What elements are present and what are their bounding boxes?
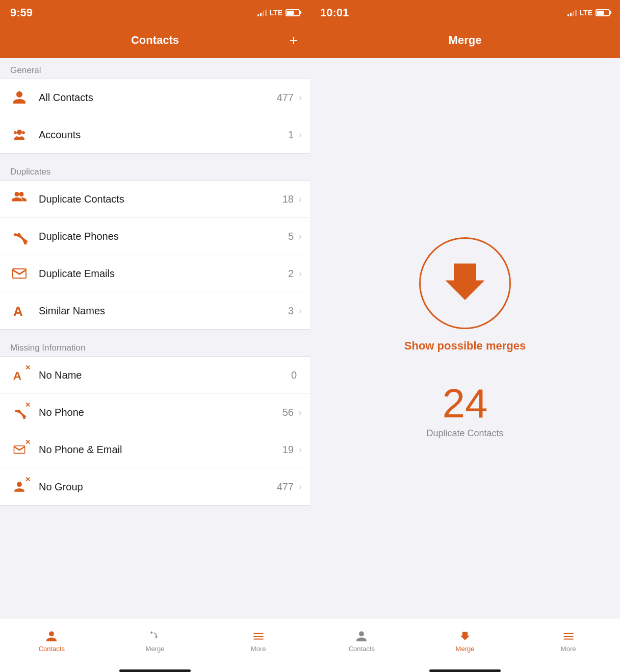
no-name-x: ✕	[25, 364, 31, 371]
right-nav-title: Merge	[449, 34, 482, 47]
duplicate-count: 24	[443, 383, 488, 424]
svg-rect-6	[563, 636, 574, 637]
no-phone-email-chevron: ›	[299, 444, 302, 455]
general-section-header: General	[0, 58, 310, 79]
right-status-icons: LTE	[567, 9, 610, 17]
tab-more-left-label: More	[251, 645, 266, 653]
right-tab-bar: Contacts Merge More	[310, 618, 620, 669]
left-nav-bar: Contacts +	[0, 26, 310, 58]
all-contacts-item[interactable]: All Contacts 477 ›	[0, 79, 310, 116]
duplicate-emails-count: 2	[288, 268, 294, 280]
duplicates-section-header: Duplicates	[0, 160, 310, 180]
duplicate-emails-chevron: ›	[299, 268, 302, 279]
no-phone-icon: ✕	[8, 401, 31, 424]
tab-contacts-right[interactable]: Contacts	[310, 618, 414, 659]
left-panel: 9:59 LTE Contacts + General	[0, 0, 310, 672]
accounts-item[interactable]: Accounts 1 ›	[0, 116, 310, 153]
svg-text:A: A	[13, 369, 21, 382]
add-contact-button[interactable]: +	[290, 32, 298, 48]
right-nav-bar: Merge	[310, 26, 620, 58]
duplicate-phones-label: Duplicate Phones	[39, 231, 288, 242]
tab-more-right-label: More	[561, 645, 576, 653]
merge-circle[interactable]	[419, 237, 511, 329]
no-phone-x: ✕	[25, 401, 31, 409]
left-home-indicator	[0, 669, 310, 672]
similar-names-chevron: ›	[299, 306, 302, 316]
no-group-x: ✕	[25, 476, 31, 483]
duplicate-phones-count: 5	[288, 231, 294, 242]
similar-names-icon: A	[8, 300, 31, 322]
accounts-icon	[8, 123, 31, 146]
no-phone-chevron: ›	[299, 407, 302, 418]
no-phone-email-x: ✕	[25, 438, 31, 446]
accounts-count: 1	[288, 129, 294, 141]
no-name-count: 0	[291, 369, 297, 381]
similar-names-count: 3	[288, 305, 294, 317]
merge-content: Show possible merges 24 Duplicate Contac…	[310, 58, 620, 618]
right-time: 10:01	[320, 6, 349, 19]
no-phone-item[interactable]: ✕ No Phone 56 ›	[0, 394, 310, 431]
no-name-icon: A ✕	[8, 364, 31, 386]
no-group-label: No Group	[39, 481, 277, 493]
duplicate-contacts-item[interactable]: Duplicate Contacts 18 ›	[0, 181, 310, 218]
duplicate-emails-icon	[8, 262, 31, 285]
all-contacts-chevron: ›	[299, 92, 302, 103]
accounts-chevron: ›	[299, 130, 302, 140]
no-name-label: No Name	[39, 369, 291, 381]
no-phone-email-label: No Phone & Email	[39, 444, 282, 456]
all-contacts-count: 477	[277, 92, 294, 104]
tab-merge-right-label: Merge	[456, 645, 475, 653]
no-name-item: A ✕ No Name 0	[0, 357, 310, 394]
no-phone-email-item[interactable]: ✕ No Phone & Email 19 ›	[0, 431, 310, 468]
no-group-item[interactable]: ✕ No Group 477 ›	[0, 468, 310, 505]
duplicate-count-section: 24 Duplicate Contacts	[426, 383, 503, 439]
duplicate-emails-label: Duplicate Emails	[39, 268, 288, 280]
duplicate-contacts-icon	[8, 188, 31, 210]
no-group-chevron: ›	[299, 482, 302, 492]
all-contacts-label: All Contacts	[39, 92, 277, 104]
right-signal-icon	[567, 9, 577, 16]
right-lte-label: LTE	[580, 9, 592, 17]
duplicate-contacts-chevron: ›	[299, 194, 302, 205]
similar-names-label: Similar Names	[39, 305, 288, 317]
show-merges-label[interactable]: Show possible merges	[404, 339, 526, 353]
left-home-bar	[119, 669, 191, 672]
svg-rect-7	[563, 638, 574, 639]
svg-rect-4	[253, 638, 264, 639]
no-phone-email-count: 19	[282, 444, 294, 456]
no-phone-count: 56	[282, 407, 294, 418]
left-lte-label: LTE	[270, 9, 282, 17]
duplicate-emails-item[interactable]: Duplicate Emails 2 ›	[0, 255, 310, 292]
no-group-icon: ✕	[8, 476, 31, 498]
duplicate-phones-item[interactable]: Duplicate Phones 5 ›	[0, 218, 310, 255]
right-status-bar: 10:01 LTE	[310, 0, 620, 26]
tab-contacts-left[interactable]: Contacts	[0, 618, 104, 659]
left-nav-title: Contacts	[131, 34, 179, 47]
svg-rect-3	[253, 636, 264, 637]
left-status-bar: 9:59 LTE	[0, 0, 310, 26]
general-list: All Contacts 477 › Accounts 1 ›	[0, 79, 310, 154]
no-group-count: 477	[277, 481, 294, 493]
no-phone-label: No Phone	[39, 407, 282, 418]
svg-rect-2	[253, 633, 264, 634]
missing-info-section-header: Missing Information	[0, 336, 310, 356]
tab-merge-right[interactable]: Merge	[414, 618, 517, 659]
left-signal-icon	[257, 9, 267, 16]
svg-text:A: A	[13, 304, 23, 319]
similar-names-item[interactable]: A Similar Names 3 ›	[0, 292, 310, 329]
right-home-indicator	[310, 669, 620, 672]
duplicate-contacts-count: 18	[282, 193, 294, 205]
right-battery-icon	[596, 9, 610, 16]
tab-merge-left[interactable]: Merge	[104, 618, 207, 659]
duplicate-count-label: Duplicate Contacts	[426, 428, 503, 439]
accounts-label: Accounts	[39, 129, 288, 141]
tab-more-right[interactable]: More	[516, 618, 620, 659]
missing-info-list: A ✕ No Name 0 ✕ No Phone 56 ›	[0, 356, 310, 506]
tab-more-left[interactable]: More	[206, 618, 310, 659]
duplicate-contacts-label: Duplicate Contacts	[39, 193, 282, 205]
duplicate-phones-icon	[8, 225, 31, 247]
tab-contacts-left-label: Contacts	[39, 645, 65, 653]
tab-merge-left-label: Merge	[146, 645, 165, 653]
no-phone-email-icon: ✕	[8, 438, 31, 461]
all-contacts-icon	[8, 86, 31, 109]
